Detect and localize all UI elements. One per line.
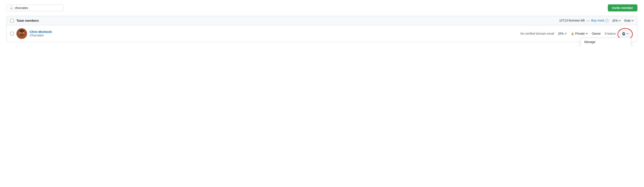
teams-text: 9 teams [605, 32, 616, 35]
table-header-title: Team members [16, 19, 557, 22]
svg-point-5 [22, 32, 23, 33]
separator: — [586, 19, 590, 22]
check-mark-icon: ✓ [564, 32, 567, 35]
invite-member-button[interactable]: Invite member [608, 4, 638, 12]
role-filter-dropdown[interactable]: Role [624, 19, 634, 22]
gear-chevron-icon [626, 33, 629, 34]
2fa-status: 2FA ✓ [558, 32, 567, 35]
help-icon[interactable]: ? [605, 19, 609, 22]
2fa-chevron-icon [618, 20, 621, 22]
role-chevron-icon [632, 20, 634, 22]
visibility-chevron-icon [586, 33, 588, 34]
lock-icon: 🔒 [571, 32, 574, 35]
gear-dropdown-menu: Manage Convert to outside collaborator..… [580, 38, 631, 46]
visibility-dropdown[interactable]: 🔒 Private [571, 32, 588, 35]
gear-button-wrapper: Manage Convert to outside collaborator..… [620, 30, 631, 37]
2fa-filter-dropdown[interactable]: 2FA [612, 19, 621, 22]
gear-dropdown-button[interactable] [620, 30, 631, 37]
select-all-checkbox[interactable] [10, 19, 14, 22]
members-table: Team members 12713 licenses left — Buy m… [6, 16, 638, 42]
gear-icon [622, 32, 626, 35]
licenses-text: 12713 licenses left — Buy more ? [559, 19, 609, 22]
member-name-link[interactable]: Chris McIntosh [30, 30, 56, 34]
member-checkbox[interactable] [10, 32, 14, 35]
search-icon [10, 6, 13, 10]
member-details: No verified domain email 2FA ✓ 🔒 Private… [58, 30, 634, 37]
no-verified-email-text: No verified domain email [520, 32, 554, 35]
avatar-image [16, 28, 27, 39]
top-bar: Invite member [6, 4, 638, 12]
svg-point-6 [22, 33, 22, 34]
svg-point-2 [19, 30, 24, 32]
svg-point-4 [21, 32, 21, 33]
search-input[interactable] [15, 6, 61, 10]
svg-point-3 [20, 33, 24, 36]
avatar-svg [16, 28, 27, 39]
table-header: Team members 12713 licenses left — Buy m… [7, 16, 637, 25]
manage-menu-item[interactable]: Manage [581, 38, 631, 46]
convert-collaborator-menu-item[interactable]: Convert to outside collaborator... [581, 46, 631, 46]
member-row: Chris McIntosh Chocrates No verified dom… [7, 25, 637, 42]
buy-more-link[interactable]: Buy more [591, 19, 604, 22]
member-info: Chris McIntosh Chocrates [30, 30, 56, 37]
search-wrapper [6, 4, 64, 11]
avatar [16, 28, 27, 39]
member-org: Chocrates [30, 34, 56, 37]
table-header-right: 12713 licenses left — Buy more ? 2FA Rol… [559, 19, 634, 22]
role-text: Owner [592, 32, 601, 35]
